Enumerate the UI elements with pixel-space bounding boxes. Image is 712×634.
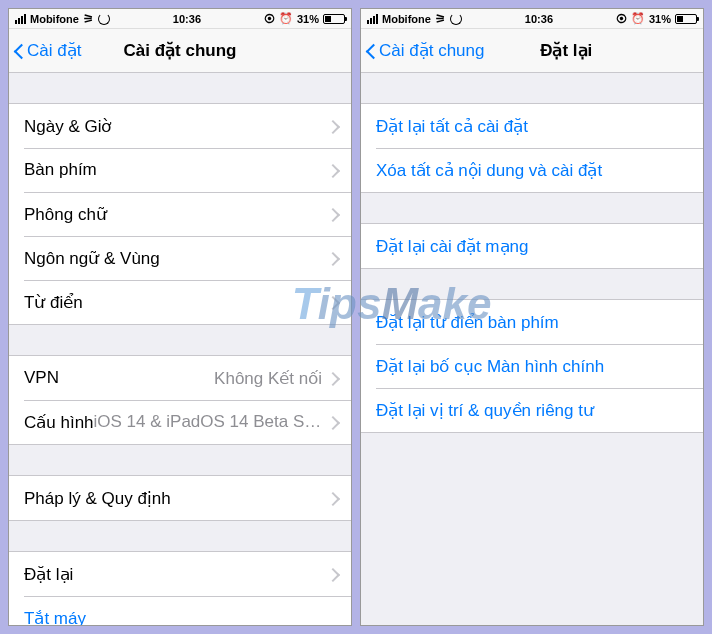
page-title: Đặt lại <box>540 40 592 61</box>
wifi-icon: ⚞ <box>435 12 446 26</box>
list-group-2: VPNKhông Kết nối Cấu hìnhiOS 14 & iPadOS… <box>9 355 351 445</box>
row-reset-network[interactable]: Đặt lại cài đặt mạng <box>361 224 703 268</box>
signal-icon <box>367 14 378 24</box>
page-title: Cài đặt chung <box>124 40 237 61</box>
signal-icon <box>15 14 26 24</box>
chevron-left-icon <box>365 41 377 61</box>
row-date-time[interactable]: Ngày & Giờ <box>9 104 351 148</box>
alarm-icon: ⏰ <box>631 12 645 25</box>
battery-pct: 31% <box>297 13 319 25</box>
row-reset-location-privacy[interactable]: Đặt lại vị trí & quyền riêng tư <box>361 388 703 432</box>
chevron-right-icon <box>328 492 336 505</box>
row-vpn[interactable]: VPNKhông Kết nối <box>9 356 351 400</box>
list-group-4: Đặt lại Tắt máy <box>9 551 351 625</box>
activity-spinner-icon <box>450 13 462 25</box>
chevron-right-icon <box>328 416 336 429</box>
chevron-right-icon <box>328 372 336 385</box>
phone-right: Mobifone ⚞ 10:36 ⦿ ⏰ 31% Cài đặt chung Đ… <box>360 8 704 626</box>
battery-pct: 31% <box>649 13 671 25</box>
carrier-label: Mobifone <box>30 13 79 25</box>
list-group-3: Pháp lý & Quy định <box>9 475 351 521</box>
back-label: Cài đặt <box>27 40 81 61</box>
back-button[interactable]: Cài đặt chung <box>361 40 490 61</box>
activity-spinner-icon <box>98 13 110 25</box>
orientation-lock-icon: ⦿ <box>616 13 627 25</box>
row-profile[interactable]: Cấu hìnhiOS 14 & iPadOS 14 Beta Software… <box>9 400 351 444</box>
list-group-1: Ngày & Giờ Bàn phím Phông chữ Ngôn ngữ &… <box>9 103 351 325</box>
row-legal[interactable]: Pháp lý & Quy định <box>9 476 351 520</box>
nav-bar: Cài đặt chung Đặt lại <box>361 29 703 73</box>
battery-icon <box>675 14 697 24</box>
row-language-region[interactable]: Ngôn ngữ & Vùng <box>9 236 351 280</box>
chevron-right-icon <box>328 252 336 265</box>
phone-left: Mobifone ⚞ 10:36 ⦿ ⏰ 31% Cài đặt Cài đặt… <box>8 8 352 626</box>
status-time: 10:36 <box>173 13 201 25</box>
list-group-1: Đặt lại tất cả cài đặt Xóa tất cả nội du… <box>361 103 703 193</box>
content-scroll[interactable]: Ngày & Giờ Bàn phím Phông chữ Ngôn ngữ &… <box>9 73 351 625</box>
row-fonts[interactable]: Phông chữ <box>9 192 351 236</box>
chevron-right-icon <box>328 568 336 581</box>
row-reset-keyboard-dict[interactable]: Đặt lại từ điển bàn phím <box>361 300 703 344</box>
nav-bar: Cài đặt Cài đặt chung <box>9 29 351 73</box>
carrier-label: Mobifone <box>382 13 431 25</box>
status-time: 10:36 <box>525 13 553 25</box>
list-group-2: Đặt lại cài đặt mạng <box>361 223 703 269</box>
back-button[interactable]: Cài đặt <box>9 40 87 61</box>
row-reset-all-settings[interactable]: Đặt lại tất cả cài đặt <box>361 104 703 148</box>
orientation-lock-icon: ⦿ <box>264 13 275 25</box>
wifi-icon: ⚞ <box>83 12 94 26</box>
chevron-right-icon <box>328 164 336 177</box>
status-bar: Mobifone ⚞ 10:36 ⦿ ⏰ 31% <box>361 9 703 29</box>
chevron-left-icon <box>13 41 25 61</box>
content-scroll[interactable]: Đặt lại tất cả cài đặt Xóa tất cả nội du… <box>361 73 703 625</box>
alarm-icon: ⏰ <box>279 12 293 25</box>
row-reset-home-layout[interactable]: Đặt lại bố cục Màn hình chính <box>361 344 703 388</box>
chevron-right-icon <box>328 296 336 309</box>
list-group-3: Đặt lại từ điển bàn phím Đặt lại bố cục … <box>361 299 703 433</box>
row-erase-all[interactable]: Xóa tất cả nội dung và cài đặt <box>361 148 703 192</box>
row-dictionary[interactable]: Từ điển <box>9 280 351 324</box>
battery-icon <box>323 14 345 24</box>
status-bar: Mobifone ⚞ 10:36 ⦿ ⏰ 31% <box>9 9 351 29</box>
row-keyboard[interactable]: Bàn phím <box>9 148 351 192</box>
chevron-right-icon <box>328 120 336 133</box>
row-shutdown[interactable]: Tắt máy <box>9 596 351 625</box>
chevron-right-icon <box>328 208 336 221</box>
back-label: Cài đặt chung <box>379 40 484 61</box>
row-reset[interactable]: Đặt lại <box>9 552 351 596</box>
